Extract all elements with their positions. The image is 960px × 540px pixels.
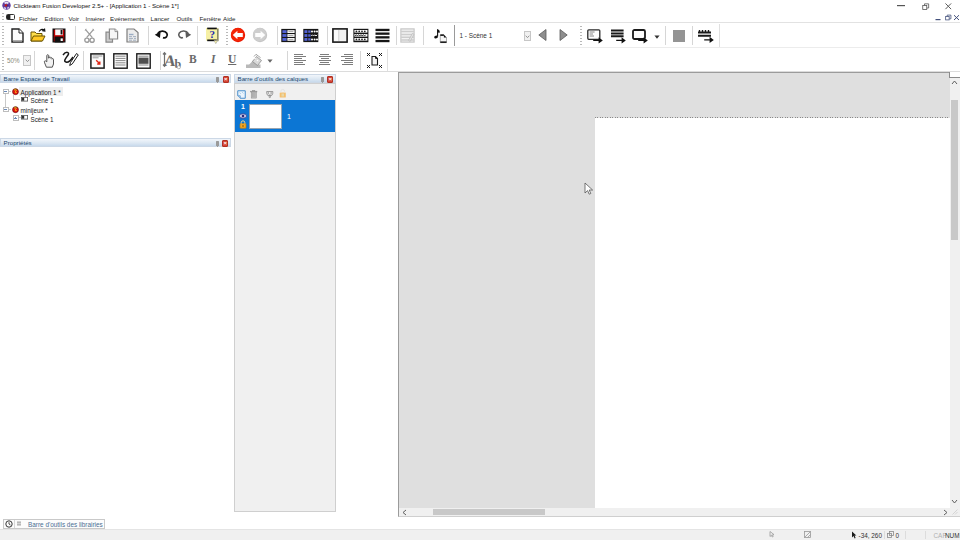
svg-text:?: ? (209, 28, 215, 40)
